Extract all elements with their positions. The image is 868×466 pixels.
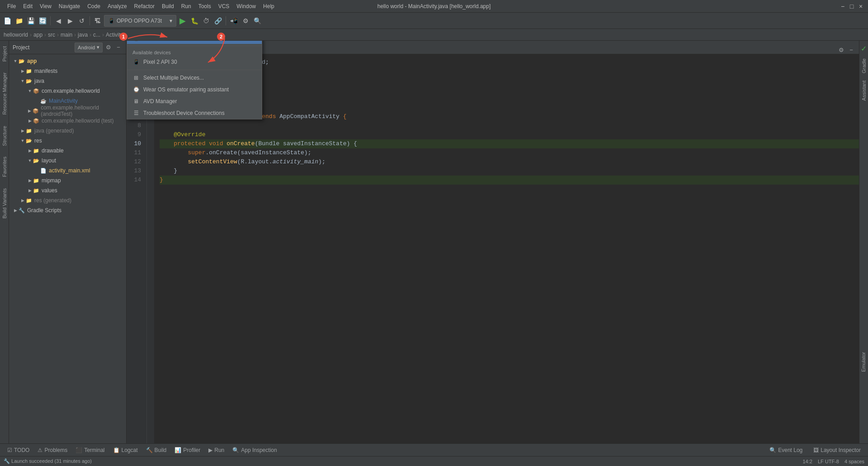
save-icon[interactable]: 💾 (25, 15, 36, 26)
tree-item-values[interactable]: ▶ 📁 values (9, 185, 126, 195)
breadcrumb-src[interactable]: src (48, 32, 55, 38)
undo-icon[interactable]: ↺ (76, 15, 87, 26)
editor-settings-icon[interactable]: ⚙ (837, 46, 845, 54)
menu-refactor[interactable]: Refactor (131, 2, 158, 10)
build-variants-tab[interactable]: Build Variants (0, 183, 9, 224)
resource-manager-tab[interactable]: Resource Manager (0, 67, 9, 120)
event-log-tab[interactable]: 🔍 Event Log (766, 446, 806, 454)
device-dropdown-popup[interactable]: Running devices 📱 OPPO OPPO A73t Availab… (127, 41, 262, 119)
search-everywhere-icon[interactable]: 🔍 (252, 15, 263, 26)
run-tab[interactable]: ▶ Run (205, 446, 228, 454)
tree-item-drawable[interactable]: ▶ 📁 drawable (9, 146, 126, 156)
project-tree[interactable]: ▼ 📂 app ▶ 📁 manifests ▼ 📂 java ▼ 📦 com.e… (9, 54, 126, 443)
close-button[interactable]: × (857, 3, 864, 10)
separator2 (127, 70, 262, 70)
assistant-tab[interactable]: Assistant (859, 77, 868, 105)
tree-item-java[interactable]: ▼ 📂 java (9, 76, 126, 86)
settings-icon[interactable]: ⚙ (104, 43, 113, 52)
menu-window[interactable]: Window (233, 2, 259, 10)
breadcrumb-class[interactable]: Activity (106, 32, 123, 38)
run-button[interactable]: ▶ (177, 15, 188, 26)
tree-item-res[interactable]: ▼ 📂 res (9, 136, 126, 146)
minimize-panel-icon[interactable]: − (114, 43, 123, 52)
device-selector[interactable]: 📱 OPPO OPPO A73t ▾ (104, 15, 176, 27)
breadcrumb-main[interactable]: main (61, 32, 72, 38)
menu-file[interactable]: File (4, 2, 19, 10)
menu-run[interactable]: Run (178, 2, 195, 10)
project-tab[interactable]: Project (0, 41, 9, 67)
layout-inspector-icon: 🖼 (813, 447, 819, 453)
menu-view[interactable]: View (36, 2, 55, 10)
emulator-tab[interactable]: Emulator (859, 348, 868, 376)
sdk-manager-icon[interactable]: ⚙ (240, 15, 251, 26)
tree-item-package-androidtest[interactable]: ▶ 📦 com.example.helloworld (androidTest) (9, 106, 126, 116)
select-multiple-label: Select Multiple Devices... (143, 75, 204, 81)
code-line-12: setContentView(R.layout.activity_main); (160, 157, 859, 166)
todo-tab[interactable]: ☑ TODO (4, 446, 33, 454)
tree-item-mipmap[interactable]: ▶ 📁 mipmap (9, 176, 126, 185)
folder-icon: 📁 (25, 127, 33, 134)
tree-item-java-generated[interactable]: ▶ 📁 java (generated) (9, 126, 126, 136)
structure-tab[interactable]: Structure (0, 120, 9, 152)
layout-inspector-tab[interactable]: 🖼 Layout Inspector (810, 446, 864, 454)
gradle-icon: 🔧 (18, 207, 25, 214)
problems-label: Problems (44, 447, 67, 453)
menu-code[interactable]: Code (84, 2, 104, 10)
line-num-9: 9 (128, 130, 145, 139)
menu-tools[interactable]: Tools (195, 2, 215, 10)
breadcrumb-app[interactable]: app (33, 32, 42, 38)
breadcrumb-package[interactable]: c... (93, 32, 100, 38)
debug-button[interactable]: 🐛 (189, 15, 200, 26)
select-multiple-item[interactable]: ⊞ Select Multiple Devices... (127, 72, 262, 84)
avd-manager-icon[interactable]: 📲 (228, 15, 239, 26)
line-num-8: 8 (128, 121, 145, 130)
build-tab[interactable]: 🔨 Build (142, 446, 170, 454)
tree-item-res-generated[interactable]: ▶ 📁 res (generated) (9, 195, 126, 205)
view-mode-selector[interactable]: Android ▾ (75, 43, 103, 52)
open-icon[interactable]: 📁 (14, 15, 24, 26)
code-line-11: super.onCreate(savedInstanceState); (160, 148, 859, 157)
avd-manager-item[interactable]: 🖥 AVD Manager (127, 95, 262, 107)
menu-build[interactable]: Build (158, 2, 178, 10)
tree-item-activity-main-xml[interactable]: 📄 activity_main.xml (9, 166, 126, 176)
tree-item-layout[interactable]: ▼ 📂 layout (9, 156, 126, 166)
tree-item-package-test[interactable]: ▶ 📦 com.example.helloworld (test) (9, 116, 126, 126)
breadcrumb-java[interactable]: java (78, 32, 88, 38)
logcat-tab[interactable]: 📋 Logcat (109, 446, 142, 454)
sync-icon[interactable]: 🔄 (37, 15, 48, 26)
device-pixel2-item[interactable]: 📱 Pixel 2 API 30 (127, 56, 262, 68)
breadcrumb-helloworld[interactable]: helloworld (4, 32, 28, 38)
tree-item-manifests[interactable]: ▶ 📁 manifests (9, 66, 126, 76)
project-structure-icon[interactable]: 🏗 (92, 15, 103, 26)
app-inspection-tab[interactable]: 🔍 App Inspection (229, 446, 280, 454)
device-pixel2-label: Pixel 2 API 30 (143, 59, 177, 65)
tree-item-app[interactable]: ▼ 📂 app (9, 56, 126, 66)
minimize-button[interactable]: − (839, 3, 846, 10)
bottom-right-actions: 🔍 Event Log 🖼 Layout Inspector (766, 446, 864, 454)
menu-help[interactable]: Help (259, 2, 278, 10)
new-file-icon[interactable]: 📄 (2, 15, 13, 26)
status-right: 14:2 LF UTF-8 4 spaces (802, 459, 864, 464)
menu-vcs[interactable]: VCS (215, 2, 233, 10)
problems-tab[interactable]: ⚠ Problems (34, 446, 71, 454)
tree-item-gradle-scripts[interactable]: ▶ 🔧 Gradle Scripts (9, 205, 126, 215)
terminal-tab[interactable]: ⬛ Terminal (72, 446, 108, 454)
menu-edit[interactable]: Edit (19, 2, 36, 10)
troubleshoot-item[interactable]: ☰ Troubleshoot Device Connections (127, 107, 262, 119)
profile-button[interactable]: ⏱ (201, 15, 212, 26)
back-icon[interactable]: ◀ (53, 15, 64, 26)
wear-os-item[interactable]: ⌚ Wear OS emulator pairing assistant (127, 84, 262, 95)
terminal-icon: ⬛ (75, 447, 82, 453)
tree-item-package-main[interactable]: ▼ 📦 com.example.helloworld (9, 86, 126, 96)
device-dropdown-arrow: ▾ (170, 18, 172, 24)
menu-analyze[interactable]: Analyze (104, 2, 131, 10)
forward-icon[interactable]: ▶ (65, 15, 75, 26)
menu-navigate[interactable]: Navigate (55, 2, 84, 10)
favorites-tab[interactable]: Favorites (0, 151, 9, 182)
editor-minimize-icon[interactable]: − (847, 46, 855, 54)
attach-debugger-icon[interactable]: 🔗 (212, 15, 223, 26)
maximize-button[interactable]: □ (848, 3, 855, 10)
gradle-tab[interactable]: Gradle (859, 55, 868, 77)
profiler-tab[interactable]: 📊 Profiler (171, 446, 204, 454)
device-oppo-item[interactable]: 📱 OPPO OPPO A73t (127, 41, 262, 44)
